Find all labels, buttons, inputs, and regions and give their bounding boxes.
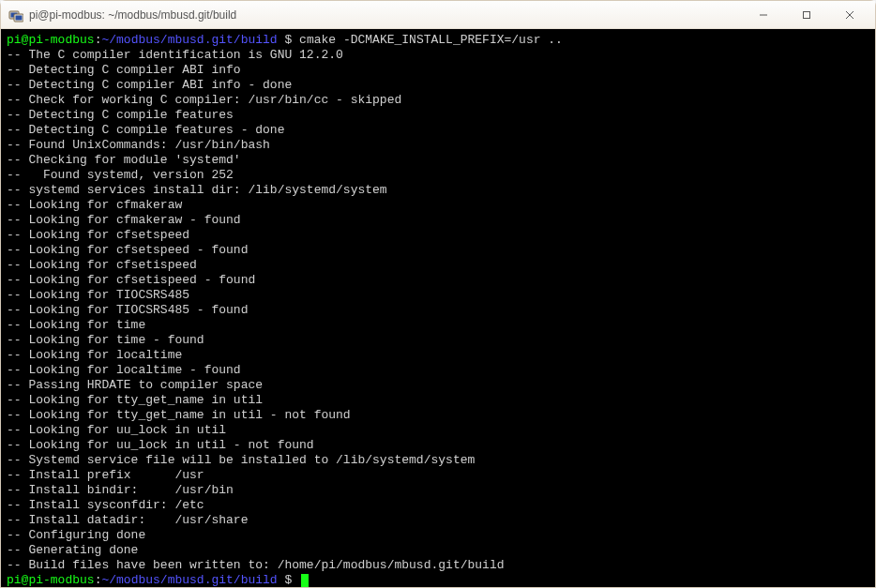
titlebar[interactable]: pi@pi-modbus: ~/modbus/mbusd.git/build xyxy=(1,1,875,29)
terminal-line: -- Looking for tty_get_name in util xyxy=(7,393,869,408)
terminal-line: -- Systemd service file will be installe… xyxy=(7,453,869,468)
command-text: cmake -DCMAKE_INSTALL_PREFIX=/usr .. xyxy=(299,33,563,47)
terminal-line: -- Looking for localtime - found xyxy=(7,363,869,378)
prompt-user-host: pi@pi-modbus xyxy=(7,573,95,587)
terminal-line: -- Build files have been written to: /ho… xyxy=(7,558,869,573)
terminal-line: -- Install sysconfdir: /etc xyxy=(7,498,869,513)
prompt-path: ~/modbus/mbusd.git/build xyxy=(101,33,277,47)
window-controls xyxy=(742,2,871,28)
terminal-line: -- Looking for cfsetispeed - found xyxy=(7,273,869,288)
putty-icon xyxy=(8,8,23,23)
terminal-line: -- Looking for TIOCSRS485 - found xyxy=(7,303,869,318)
close-button[interactable] xyxy=(828,2,871,28)
terminal-line: -- Install bindir: /usr/bin xyxy=(7,483,869,498)
terminal-line: -- Looking for uu_lock in util xyxy=(7,423,869,438)
terminal-line: -- Looking for tty_get_name in util - no… xyxy=(7,408,869,423)
minimize-button[interactable] xyxy=(742,2,785,28)
terminal-output[interactable]: pi@pi-modbus:~/modbus/mbusd.git/build $ … xyxy=(1,29,875,587)
terminal-line: -- Checking for module 'systemd' xyxy=(7,153,869,168)
terminal-line: -- Check for working C compiler: /usr/bi… xyxy=(7,93,869,108)
terminal-line: -- The C compiler identification is GNU … xyxy=(7,48,869,63)
terminal-line: -- Detecting C compiler ABI info xyxy=(7,63,869,78)
prompt-path: ~/modbus/mbusd.git/build xyxy=(101,573,277,587)
svg-rect-5 xyxy=(804,11,810,18)
terminal-line: -- Looking for time xyxy=(7,318,869,333)
cursor xyxy=(301,574,309,587)
maximize-button[interactable] xyxy=(785,2,828,28)
terminal-line: -- Looking for TIOCSRS485 xyxy=(7,288,869,303)
terminal-line: -- Detecting C compile features xyxy=(7,108,869,123)
terminal-line: -- Generating done xyxy=(7,543,869,558)
terminal-line: -- Looking for uu_lock in util - not fou… xyxy=(7,438,869,453)
terminal-line: -- Detecting C compiler ABI info - done xyxy=(7,78,869,93)
terminal-line: -- Looking for cfmakeraw - found xyxy=(7,213,869,228)
terminal-window: pi@pi-modbus: ~/modbus/mbusd.git/build p… xyxy=(0,0,876,588)
terminal-line: -- systemd services install dir: /lib/sy… xyxy=(7,183,869,198)
terminal-line: -- Looking for cfsetspeed - found xyxy=(7,243,869,258)
terminal-line: -- Found UnixCommands: /usr/bin/bash xyxy=(7,138,869,153)
terminal-line: -- Looking for cfsetspeed xyxy=(7,228,869,243)
prompt-user-host: pi@pi-modbus xyxy=(7,33,95,47)
terminal-line: pi@pi-modbus:~/modbus/mbusd.git/build $ … xyxy=(7,33,869,48)
terminal-line: -- Install prefix /usr xyxy=(7,468,869,483)
terminal-line: -- Looking for cfmakeraw xyxy=(7,198,869,213)
terminal-line: -- Detecting C compile features - done xyxy=(7,123,869,138)
terminal-line: -- Install datadir: /usr/share xyxy=(7,513,869,528)
terminal-line: -- Looking for localtime xyxy=(7,348,869,363)
svg-rect-3 xyxy=(16,15,23,20)
terminal-line: -- Found systemd, version 252 xyxy=(7,168,869,183)
terminal-line: -- Looking for time - found xyxy=(7,333,869,348)
terminal-line: pi@pi-modbus:~/modbus/mbusd.git/build $ xyxy=(7,573,869,587)
terminal-line: -- Looking for cfsetispeed xyxy=(7,258,869,273)
terminal-line: -- Passing HRDATE to compiler space xyxy=(7,378,869,393)
terminal-line: -- Configuring done xyxy=(7,528,869,543)
window-title: pi@pi-modbus: ~/modbus/mbusd.git/build xyxy=(29,8,742,22)
